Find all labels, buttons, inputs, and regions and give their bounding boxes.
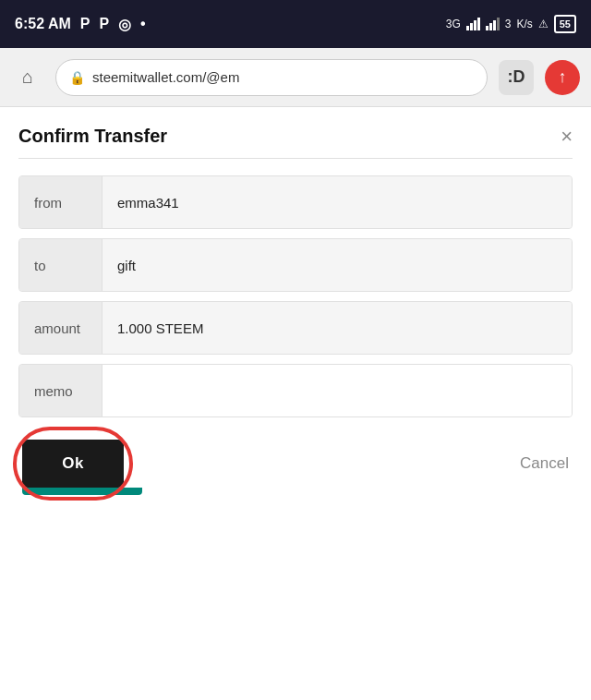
- ok-button[interactable]: Ok: [22, 440, 124, 488]
- signal-bars: [466, 18, 480, 30]
- amount-label: amount: [19, 302, 103, 354]
- kbs-label: K/s: [516, 18, 532, 30]
- upload-icon: ↑: [559, 67, 567, 87]
- home-icon: ⌂: [22, 66, 33, 88]
- from-label: from: [19, 176, 103, 228]
- url-text: steemitwallet.com/@em: [92, 69, 474, 85]
- home-button[interactable]: ⌂: [11, 61, 44, 94]
- buttons-row: Ok Cancel: [18, 440, 573, 488]
- memo-value[interactable]: [103, 365, 572, 416]
- upload-button[interactable]: ↑: [545, 60, 580, 95]
- whatsapp-icon: ◎: [118, 16, 131, 33]
- to-label: to: [19, 239, 103, 291]
- browser-bar: ⌂ 🔒 steemitwallet.com/@em :D ↑: [0, 48, 591, 107]
- status-time: 6:52 AM: [15, 16, 71, 32]
- confirm-transfer-dialog: Confirm Transfer × from emma341 to gift …: [0, 107, 591, 521]
- dialog-header: Confirm Transfer ×: [18, 126, 573, 147]
- battery-level: 55: [560, 18, 571, 30]
- network-type: 3G: [446, 18, 461, 30]
- lock-icon: 🔒: [69, 70, 85, 85]
- dialog-title: Confirm Transfer: [18, 126, 167, 147]
- status-right: 3G 3 K/s ⚠ 55: [446, 15, 576, 33]
- tab-button[interactable]: :D: [499, 60, 534, 95]
- p-icon-2: P: [99, 16, 109, 32]
- close-button[interactable]: ×: [561, 127, 573, 147]
- teal-decorative-bar: [22, 488, 142, 495]
- dot-icon: •: [140, 16, 146, 32]
- amount-field: amount 1.000 STEEM: [18, 301, 573, 355]
- to-value: gift: [103, 239, 572, 291]
- cancel-button[interactable]: Cancel: [520, 454, 569, 473]
- battery-indicator: 55: [554, 15, 576, 33]
- from-value: emma341: [103, 176, 572, 228]
- ok-button-wrapper: Ok: [22, 440, 124, 488]
- memo-field: memo: [18, 364, 573, 417]
- p-icon-1: P: [80, 16, 90, 32]
- kbs-indicator: 3: [505, 18, 512, 30]
- amount-value: 1.000 STEEM: [103, 302, 572, 354]
- dialog-divider: [18, 158, 573, 159]
- page-content: Confirm Transfer × from emma341 to gift …: [0, 107, 591, 521]
- warning-icon: ⚠: [538, 18, 549, 30]
- to-field: to gift: [18, 238, 573, 292]
- signal-bars-2: [486, 18, 500, 30]
- tab-icon: :D: [508, 67, 525, 87]
- url-bar[interactable]: 🔒 steemitwallet.com/@em: [55, 59, 488, 96]
- memo-label: memo: [19, 365, 103, 416]
- status-bar: 6:52 AM P P ◎ • 3G 3 K/s ⚠ 55: [0, 0, 591, 48]
- status-left: 6:52 AM P P ◎ •: [15, 16, 146, 33]
- from-field: from emma341: [18, 175, 573, 229]
